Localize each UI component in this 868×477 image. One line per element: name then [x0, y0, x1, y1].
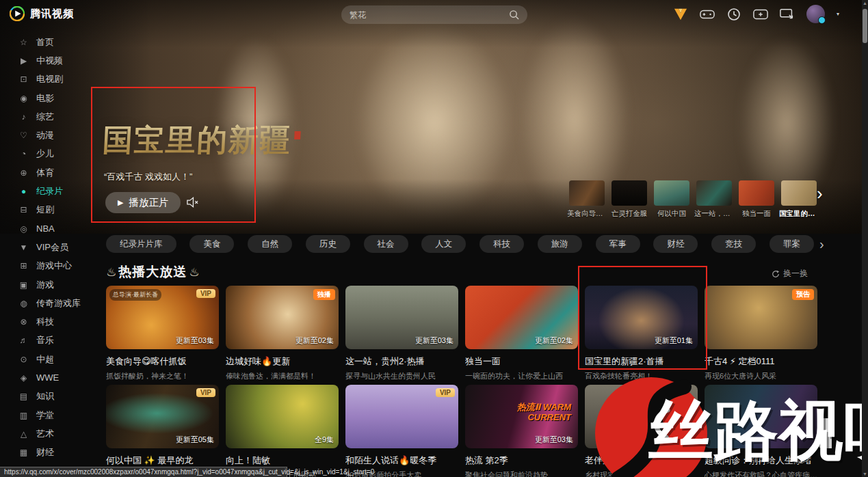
- screen-cast-icon[interactable]: [780, 7, 795, 22]
- video-card[interactable]: 更新至01集 国宝里的新疆2·首播 百戏杂技轮番亮相！: [585, 286, 698, 381]
- sidebar-item[interactable]: ♡ 动漫: [0, 126, 97, 144]
- card-title[interactable]: 和陌生人说话🔥暖冬季: [345, 454, 458, 467]
- refresh-button[interactable]: 换一换: [772, 268, 808, 280]
- sidebar-item[interactable]: ♬ 音乐: [0, 331, 97, 350]
- sidebar-item[interactable]: ▤ 知识: [0, 387, 97, 406]
- sidebar-item[interactable]: ⊟ 短剧: [0, 201, 97, 219]
- video-thumbnail[interactable]: VIP 更新至05集: [106, 385, 219, 448]
- video-card[interactable]: 更新至03集 这一站，贵州2·热播 探寻与山水共生的贵州人民: [345, 286, 458, 381]
- video-card[interactable]: 热流Ⅱ WARM CURRENT 更新至03集 热流 第2季 聚焦社会问题和前沿…: [465, 385, 578, 477]
- sidebar-item[interactable]: ⊗ 科技: [0, 312, 97, 331]
- hero-strip-thumbnail[interactable]: [739, 180, 774, 206]
- sidebar-item[interactable]: ● 纪录片: [0, 182, 97, 200]
- sidebar-item[interactable]: ◍ 传奇游戏库: [0, 294, 97, 312]
- sidebar-item[interactable]: ⊙ 中超: [0, 350, 97, 368]
- card-title[interactable]: 热流 第2季: [465, 454, 578, 467]
- card-title[interactable]: 老伴儿: [585, 454, 698, 467]
- video-card[interactable]: 总导演·最新长番 VIP 更新至03集 美食向导😋喀什抓饭 抓饭拌酸奶，神来之笔…: [106, 286, 219, 381]
- sidebar-item[interactable]: ▣ 游戏: [0, 275, 97, 294]
- search-input[interactable]: [350, 10, 509, 20]
- row-next-arrow[interactable]: ›: [818, 418, 832, 448]
- card-title[interactable]: 这一站，贵州2·热播: [345, 355, 458, 368]
- video-thumbnail[interactable]: 预告: [705, 286, 817, 349]
- card-title[interactable]: 超级问诊：别再给人生添堵: [705, 454, 817, 467]
- video-thumbnail[interactable]: [705, 385, 817, 448]
- category-tab[interactable]: 军事: [596, 235, 640, 253]
- history-clock-icon[interactable]: [726, 7, 741, 22]
- sidebar-item[interactable]: ◉ 电影: [0, 89, 97, 107]
- sidebar-item[interactable]: ▼ VIP会员: [0, 238, 97, 256]
- vip-icon[interactable]: [673, 7, 688, 22]
- sidebar-item[interactable]: ◎ NBA: [0, 219, 97, 238]
- category-tab[interactable]: 人文: [421, 235, 466, 253]
- category-tab[interactable]: 纪录片片库: [106, 235, 176, 253]
- hero-strip-item[interactable]: 独当一面: [739, 180, 774, 219]
- tabs-next-arrow[interactable]: ›: [819, 236, 824, 252]
- card-title[interactable]: 国宝里的新疆2·首播: [585, 355, 698, 368]
- video-card[interactable]: 老伴儿 乡村现实老人的世界: [585, 385, 698, 477]
- gamepad-icon[interactable]: [700, 7, 715, 22]
- sidebar-item[interactable]: ◔ 少儿: [0, 145, 97, 163]
- card-title[interactable]: 美食向导😋喀什抓饭: [106, 355, 219, 368]
- sidebar-item[interactable]: ◈ WWE: [0, 368, 97, 387]
- category-tab[interactable]: 科技: [479, 235, 524, 253]
- hero-strip-item[interactable]: 这一站，贵州...: [696, 180, 732, 219]
- card-title[interactable]: 独当一面: [465, 355, 578, 368]
- card-title[interactable]: 向上！陆敏: [226, 454, 339, 467]
- sidebar-item[interactable]: ⊞ 游戏中心: [0, 257, 97, 275]
- search-bar[interactable]: [341, 5, 527, 24]
- hero-strip-item[interactable]: 美食向导😋...: [569, 180, 605, 219]
- category-tab[interactable]: 自然: [248, 235, 292, 253]
- page-scrollbar[interactable]: ▲ ▼: [862, 0, 868, 477]
- card-title[interactable]: 千古4 ⚡ 定档0111: [705, 355, 817, 368]
- sidebar-item[interactable]: ⊡ 电视剧: [0, 70, 97, 89]
- video-card[interactable]: 预告 千古4 ⚡ 定档0111 再现6位大唐诗人风采: [705, 286, 817, 381]
- video-card[interactable]: 更新至02集 独当一面 一碗面的功夫，让你爱上山西: [465, 286, 578, 381]
- sidebar-item[interactable]: ▥ 学堂: [0, 406, 97, 424]
- user-avatar[interactable]: [806, 5, 825, 23]
- category-tab[interactable]: 旅游: [538, 235, 582, 253]
- hero-strip-item[interactable]: 国宝里的新疆...: [781, 180, 817, 219]
- search-icon[interactable]: [509, 10, 519, 20]
- sidebar-item[interactable]: ⊕ 体育: [0, 163, 97, 182]
- hero-strip-thumbnail[interactable]: [611, 180, 647, 206]
- hero-strip-item[interactable]: 亡灵打金服: [611, 180, 647, 219]
- category-tab[interactable]: 社会: [364, 235, 408, 253]
- card-title[interactable]: 边城好味🔥更新: [226, 355, 339, 368]
- video-thumbnail[interactable]: [585, 385, 698, 448]
- video-thumbnail[interactable]: 更新至01集: [585, 286, 698, 349]
- video-thumbnail[interactable]: VIP: [345, 385, 458, 448]
- category-tab[interactable]: 美食: [189, 235, 234, 253]
- card-title[interactable]: 何以中国 ✨ 最早的龙: [106, 454, 219, 467]
- avatar-caret-icon[interactable]: ▾: [837, 11, 839, 17]
- category-tab[interactable]: 竞技: [711, 235, 756, 253]
- hero-strip-next-arrow[interactable]: ›: [817, 183, 823, 204]
- video-card[interactable]: 独播 更新至02集 边城好味🔥更新 傣味泡鲁达，满满都是料！: [226, 286, 339, 381]
- scrollbar-down-arrow[interactable]: ▼: [862, 472, 868, 476]
- tencent-video-logo[interactable]: 腾讯视频: [10, 6, 74, 21]
- category-tab[interactable]: 历史: [306, 235, 350, 253]
- sidebar-item[interactable]: ♪ 综艺: [0, 107, 97, 126]
- video-card[interactable]: VIP 更新至05集 何以中国 ✨ 最早的龙 2000多片绿松石拼成！: [106, 385, 219, 477]
- hero-strip-item[interactable]: 何以中国: [654, 180, 689, 219]
- video-thumbnail[interactable]: 独播 更新至02集: [226, 286, 339, 349]
- video-thumbnail[interactable]: 更新至03集: [345, 286, 458, 349]
- sidebar-item[interactable]: ▦ 财经: [0, 444, 97, 462]
- play-feature-button[interactable]: ▶ 播放正片: [105, 192, 181, 213]
- video-thumbnail[interactable]: 热流Ⅱ WARM CURRENT 更新至03集: [465, 385, 578, 448]
- mute-icon[interactable]: [186, 197, 199, 208]
- hero-strip-thumbnail[interactable]: [654, 180, 689, 206]
- sidebar-item[interactable]: ☆ 首页: [0, 33, 97, 51]
- hero-strip-thumbnail[interactable]: [696, 180, 732, 206]
- video-card[interactable]: 全9集 向上！陆敏 自由生长！一颗种子的困惑: [226, 385, 339, 477]
- video-thumbnail[interactable]: 全9集: [226, 385, 339, 448]
- video-upload-icon[interactable]: [753, 7, 768, 22]
- video-card[interactable]: 超级问诊：别再给人生添堵 心梗发作还有救吗？心血管疾病仍是我国居...: [705, 385, 817, 477]
- category-tab[interactable]: 财经: [653, 235, 698, 253]
- video-thumbnail[interactable]: 总导演·最新长番 VIP 更新至03集: [106, 286, 219, 349]
- sidebar-item[interactable]: ▶ 中视频: [0, 51, 97, 70]
- hero-strip-thumbnail[interactable]: [569, 180, 605, 206]
- hero-strip-thumbnail[interactable]: [781, 180, 817, 206]
- video-thumbnail[interactable]: 更新至02集: [465, 286, 578, 349]
- category-tab[interactable]: 罪案: [770, 235, 814, 253]
